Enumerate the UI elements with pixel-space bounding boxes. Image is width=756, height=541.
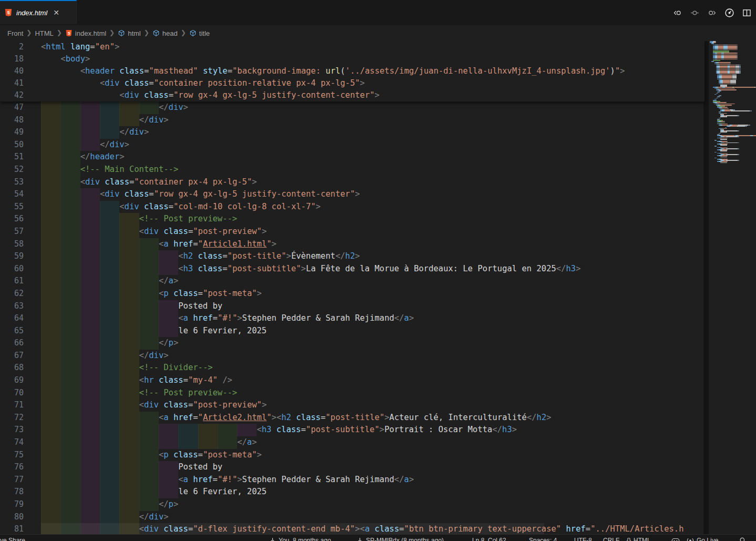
breadcrumb-item-html[interactable]: html	[118, 29, 141, 37]
code-line-81[interactable]: 81<div class="d-flex justify-content-end…	[0, 523, 756, 534]
line-number[interactable]: 69	[0, 374, 24, 387]
magnifier-icon[interactable]	[739, 535, 747, 541]
breadcrumb-item-Front[interactable]: Front	[7, 29, 23, 37]
sticky-line-41[interactable]: 41<div class="container position-relativ…	[0, 77, 704, 89]
live-share-item[interactable]: ve Share	[0, 535, 25, 541]
line-number[interactable]: 71	[0, 399, 24, 412]
line-number[interactable]: 75	[0, 449, 24, 462]
code-area[interactable]: 47</div>48</div>49</div>50</div>51</head…	[0, 101, 756, 534]
line-number[interactable]: 47	[0, 101, 24, 114]
line-number[interactable]: 18	[0, 53, 24, 65]
code-line-71[interactable]: 71<div class="post-preview">	[0, 399, 756, 412]
code-line-61[interactable]: 61</a>	[0, 275, 756, 288]
tab-index-html[interactable]: 5 index.html ✕	[0, 0, 77, 24]
line-number[interactable]: 54	[0, 188, 24, 201]
next-change-icon[interactable]	[707, 7, 717, 18]
code-line-55[interactable]: 55<div class="col-md-10 col-lg-8 col-xl-…	[0, 201, 756, 213]
line-number[interactable]: 77	[0, 474, 24, 486]
code-line-59[interactable]: 59<h2 class="post-title">Évènement</h2>	[0, 250, 756, 263]
copilot-status[interactable]	[671, 535, 680, 541]
code-line-60[interactable]: 60<h3 class="post-subtitle">La Fête de l…	[0, 263, 756, 275]
sticky-line-18[interactable]: 18<body>	[0, 53, 704, 65]
line-number[interactable]: 80	[0, 511, 24, 524]
code-line-75[interactable]: 75<p class="post-meta">	[0, 449, 756, 462]
breadcrumb-item-head[interactable]: head	[152, 29, 178, 37]
code-line-76[interactable]: 76Posted by	[0, 461, 756, 474]
minimap[interactable]	[709, 41, 756, 534]
breadcrumb-item-index-html[interactable]: 5index.html	[65, 29, 106, 37]
line-number[interactable]: 65	[0, 325, 24, 338]
line-number[interactable]: 66	[0, 337, 24, 350]
code-line-80[interactable]: 80</div>	[0, 511, 756, 524]
line-number[interactable]: 68	[0, 362, 24, 374]
line-number[interactable]: 59	[0, 250, 24, 263]
line-number[interactable]: 63	[0, 300, 24, 313]
git-blame-commit[interactable]: SP-MMIBdx (8 months ago)	[356, 535, 444, 541]
line-number[interactable]: 60	[0, 263, 24, 275]
code-line-51[interactable]: 51</header>	[0, 151, 756, 164]
line-number[interactable]: 67	[0, 350, 24, 362]
line-number[interactable]: 58	[0, 238, 24, 251]
line-number[interactable]: 57	[0, 226, 24, 238]
code-line-54[interactable]: 54<div class="row gx-4 gx-lg-5 justify-c…	[0, 188, 756, 201]
cursor-position[interactable]: Ln 8, Col 62	[472, 535, 506, 541]
scrollbar-track[interactable]	[703, 41, 709, 534]
line-number[interactable]: 79	[0, 498, 24, 511]
line-number[interactable]: 73	[0, 424, 24, 436]
code-line-74[interactable]: 74</a>	[0, 436, 756, 449]
go-live-item[interactable]: Go Live	[687, 535, 718, 541]
git-blame-you[interactable]: You, 8 months ago	[269, 535, 331, 541]
encoding-setting[interactable]: UTF-8	[574, 535, 592, 541]
code-line-47[interactable]: 47</div>	[0, 101, 756, 114]
line-number[interactable]: 78	[0, 486, 24, 498]
current-change-icon[interactable]	[689, 7, 700, 18]
line-number[interactable]: 61	[0, 275, 24, 288]
code-line-69[interactable]: 69<hr class="my-4" />	[0, 374, 756, 387]
line-number[interactable]: 42	[0, 89, 24, 101]
code-line-49[interactable]: 49</div>	[0, 126, 756, 139]
line-number[interactable]: 72	[0, 412, 24, 424]
code-line-56[interactable]: 56<!-- Post preview-->	[0, 213, 756, 226]
line-number[interactable]: 41	[0, 77, 24, 89]
code-line-63[interactable]: 63Posted by	[0, 300, 756, 313]
language-mode[interactable]: {} HTML	[627, 535, 651, 541]
line-number[interactable]: 64	[0, 312, 24, 325]
code-line-66[interactable]: 66</p>	[0, 337, 756, 350]
code-line-72[interactable]: 72<a href="Article2.html"><h2 class="pos…	[0, 412, 756, 424]
code-line-48[interactable]: 48</div>	[0, 114, 756, 127]
previous-change-icon[interactable]	[672, 7, 682, 18]
line-number[interactable]: 76	[0, 461, 24, 474]
code-line-57[interactable]: 57<div class="post-preview">	[0, 226, 756, 238]
breadcrumb-item-HTML[interactable]: HTML	[35, 29, 53, 37]
line-number[interactable]: 62	[0, 288, 24, 300]
line-number[interactable]: 50	[0, 139, 24, 151]
eol-setting[interactable]: CRLF	[603, 535, 619, 541]
line-number[interactable]: 51	[0, 151, 24, 164]
code-line-64[interactable]: 64<a href="#!">Stephen Pedder & Sarah Re…	[0, 312, 756, 325]
code-line-68[interactable]: 68<!-- Divider-->	[0, 362, 756, 374]
line-number[interactable]: 56	[0, 213, 24, 226]
code-line-50[interactable]: 50</div>	[0, 139, 756, 151]
line-number[interactable]: 70	[0, 387, 24, 400]
line-number[interactable]: 2	[0, 41, 24, 53]
line-number[interactable]: 53	[0, 176, 24, 189]
code-line-65[interactable]: 65le 6 Fevrier, 2025	[0, 325, 756, 338]
line-number[interactable]: 49	[0, 126, 24, 139]
line-number[interactable]: 74	[0, 436, 24, 449]
code-line-52[interactable]: 52<!-- Main Content-->	[0, 164, 756, 176]
code-line-67[interactable]: 67</div>	[0, 350, 756, 362]
code-line-62[interactable]: 62<p class="post-meta">	[0, 288, 756, 300]
sticky-line-2[interactable]: 2<html lang="en">	[0, 41, 704, 53]
code-line-58[interactable]: 58<a href="Article1.html">	[0, 238, 756, 251]
breadcrumb-item-title[interactable]: title	[189, 29, 210, 37]
sticky-scroll[interactable]: 2<html lang="en">18<body>40<header class…	[0, 41, 704, 101]
editor[interactable]: 47</div>48</div>49</div>50</div>51</head…	[0, 41, 756, 534]
split-editor-icon[interactable]	[741, 7, 752, 18]
line-number[interactable]: 52	[0, 164, 24, 176]
sticky-line-42[interactable]: 42<div class="row gx-4 gx-lg-5 justify-c…	[0, 89, 704, 101]
timeline-icon[interactable]	[724, 7, 734, 18]
line-number[interactable]: 40	[0, 65, 24, 77]
code-line-53[interactable]: 53<div class="container px-4 px-lg-5">	[0, 176, 756, 189]
sticky-line-40[interactable]: 40<header class="masthead" style="backgr…	[0, 65, 704, 77]
code-line-77[interactable]: 77<a href="#!">Stephen Pedder & Sarah Re…	[0, 474, 756, 486]
